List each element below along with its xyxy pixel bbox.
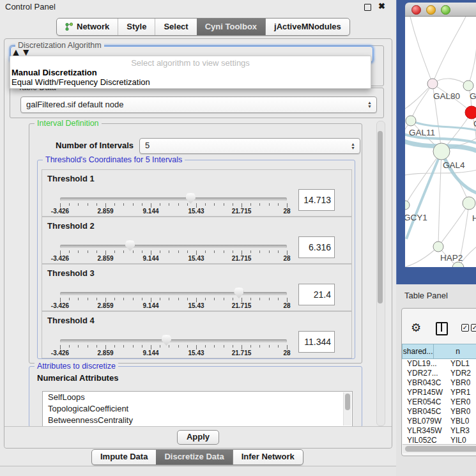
slider-track[interactable] — [60, 292, 287, 295]
slider-tick — [69, 298, 70, 300]
table-row[interactable]: YER054CYER0 — [403, 397, 476, 407]
table-row[interactable]: YPR145WYPR1 — [403, 388, 476, 397]
float-window-icon[interactable] — [364, 4, 371, 11]
number-of-intervals-combobox[interactable]: 5 ▲▼ — [139, 138, 360, 154]
network-node[interactable] — [463, 81, 473, 91]
slider-thumb[interactable] — [186, 193, 196, 204]
network-canvas[interactable]: GAL80GACGAL11GAL4GCY1HHAP2 — [405, 17, 476, 267]
tab-style[interactable]: Style — [118, 19, 155, 35]
attribute-list-item[interactable]: SelfLoops — [43, 392, 352, 403]
table-data-combobox[interactable]: galFiltered.sif default node ▲▼ — [20, 96, 377, 113]
cell-shared-name[interactable]: YPR145W — [403, 388, 445, 397]
slider-tick-label: 9.144 — [142, 255, 158, 262]
cell-name[interactable]: YBL0 — [445, 417, 469, 426]
cell-name[interactable]: YLR3 — [445, 426, 470, 436]
attributes-scrollbar[interactable] — [343, 392, 351, 426]
slider-tick — [178, 345, 179, 348]
scrollbar-thumb[interactable] — [345, 394, 350, 410]
cell-shared-name[interactable]: YER054C — [403, 397, 445, 407]
network-node[interactable] — [465, 106, 476, 119]
threshold-value-field[interactable]: 11.344 — [298, 331, 335, 353]
slider-tick — [287, 203, 288, 208]
tab-jactivemnodules[interactable]: jActiveMNodules — [265, 19, 349, 35]
threshold-slider[interactable]: -3.4262.8599.14415.4321.71528 — [60, 170, 287, 216]
threshold-slider[interactable]: -3.4262.8599.14415.4321.71528 — [60, 265, 287, 311]
cell-name[interactable]: YPR1 — [445, 388, 470, 397]
slider-tick-label: 9.144 — [142, 208, 158, 215]
network-node[interactable] — [463, 197, 475, 210]
slider-thumb[interactable] — [234, 288, 243, 298]
mac-close-icon[interactable] — [411, 5, 421, 15]
table-row[interactable]: YBL079WYBL0 — [403, 417, 476, 426]
threshold-value-field[interactable]: 14.713 — [298, 189, 335, 211]
slider-tick — [78, 298, 79, 300]
split-columns-icon[interactable] — [436, 322, 448, 335]
algorithm-prompt-item[interactable]: Select algorithm to view settings — [10, 58, 371, 68]
table-row[interactable]: YLR345WYLR3 — [403, 426, 476, 436]
slider-track[interactable] — [60, 339, 287, 342]
mac-zoom-icon[interactable] — [441, 5, 450, 15]
network-node[interactable] — [406, 116, 416, 126]
apply-button[interactable]: Apply — [177, 430, 219, 445]
slider-thumb[interactable] — [162, 335, 171, 346]
cell-shared-name[interactable]: YBR045C — [403, 407, 445, 417]
cell-shared-name[interactable]: YIL052C — [403, 436, 445, 444]
network-node[interactable] — [433, 143, 450, 160]
threshold-value-field[interactable]: 21.4 — [298, 284, 335, 305]
gear-icon[interactable]: ⚙ — [411, 321, 421, 335]
table-row[interactable]: YIL052CYIL0 — [403, 436, 476, 444]
table-rows[interactable]: YDL19...YDL1YDR27...YDR2YBR043CYBR0YPR14… — [403, 359, 476, 444]
checkbox-icon[interactable]: ✓ — [471, 324, 476, 332]
threshold-slider[interactable]: -3.4262.8599.14415.4321.71528 — [60, 312, 287, 358]
tab-select[interactable]: Select — [155, 19, 196, 35]
network-node[interactable] — [427, 79, 438, 89]
network-node[interactable] — [433, 242, 443, 252]
table-row[interactable]: YBR045CYBR0 — [403, 407, 476, 417]
column-header-shared[interactable]: shared... — [402, 344, 434, 359]
attribute-list-item[interactable]: TopologicalCoefficient — [43, 403, 352, 415]
checkbox-icon[interactable]: ✓ — [461, 324, 469, 332]
slider-tick — [160, 298, 160, 300]
mac-minimize-icon[interactable] — [426, 5, 436, 15]
slider-track[interactable] — [60, 245, 287, 248]
tab-infer-network[interactable]: Infer Network — [233, 450, 303, 464]
thresholds-group: Threshold's Coordinates for 5 Intervals … — [37, 160, 355, 359]
numerical-attributes-list[interactable]: SelfLoopsTopologicalCoefficientBetweenne… — [42, 391, 353, 427]
threshold-panel: Threshold 4-3.4262.8599.14415.4321.71528… — [42, 311, 352, 358]
cell-name[interactable]: YDL1 — [445, 359, 470, 369]
algorithm-option-equal-width[interactable]: Equal Width/Frequency Discretization — [12, 77, 150, 87]
table-row[interactable]: YDR27...YDR2 — [403, 369, 476, 378]
cell-name[interactable]: YIL0 — [445, 436, 466, 444]
table-row[interactable]: YDL19...YDL1 — [403, 359, 476, 369]
cell-name[interactable]: YDR2 — [445, 369, 471, 378]
cell-shared-name[interactable]: YBL079W — [403, 417, 445, 426]
tab-discretize-data[interactable]: Discretize Data — [156, 450, 232, 464]
column-header-name[interactable]: n — [434, 344, 476, 359]
cell-shared-name[interactable]: YBR043C — [403, 378, 445, 388]
cell-shared-name[interactable]: YDL19... — [403, 359, 445, 369]
close-icon[interactable]: ✖ — [378, 1, 385, 11]
threshold-slider[interactable]: -3.4262.8599.14415.4321.71528 — [60, 217, 287, 263]
panel-scrollbar[interactable] — [376, 121, 385, 426]
table-row[interactable]: YBR043CYBR0 — [403, 378, 476, 388]
cell-name[interactable]: YBR0 — [445, 407, 470, 417]
interval-definition-group: Interval Definition Number of Intervals … — [29, 123, 362, 364]
algorithm-option-manual[interactable]: Manual Discretization — [12, 68, 97, 77]
network-node[interactable] — [405, 201, 410, 210]
scrollbar-thumb[interactable] — [378, 131, 383, 303]
scrollbar-thumb[interactable] — [405, 446, 476, 452]
table-hscrollbar[interactable] — [403, 444, 476, 453]
tab-network[interactable]: Network — [57, 19, 118, 35]
tab-impute-data[interactable]: Impute Data — [92, 450, 156, 464]
attribute-list-item[interactable]: BetweennessCentrality — [43, 415, 352, 426]
cell-name[interactable]: YER0 — [445, 397, 470, 407]
slider-track[interactable] — [60, 197, 287, 201]
cell-shared-name[interactable]: YLR345W — [403, 426, 445, 436]
slider-thumb[interactable] — [125, 240, 135, 251]
slider-tick — [133, 250, 134, 253]
cell-name[interactable]: YBR0 — [445, 378, 470, 388]
cell-shared-name[interactable]: YDR27... — [403, 369, 445, 378]
threshold-value-field[interactable]: 6.316 — [298, 236, 335, 258]
tab-cyni-toolbox[interactable]: Cyni Toolbox — [197, 19, 265, 35]
network-node[interactable] — [452, 262, 464, 267]
